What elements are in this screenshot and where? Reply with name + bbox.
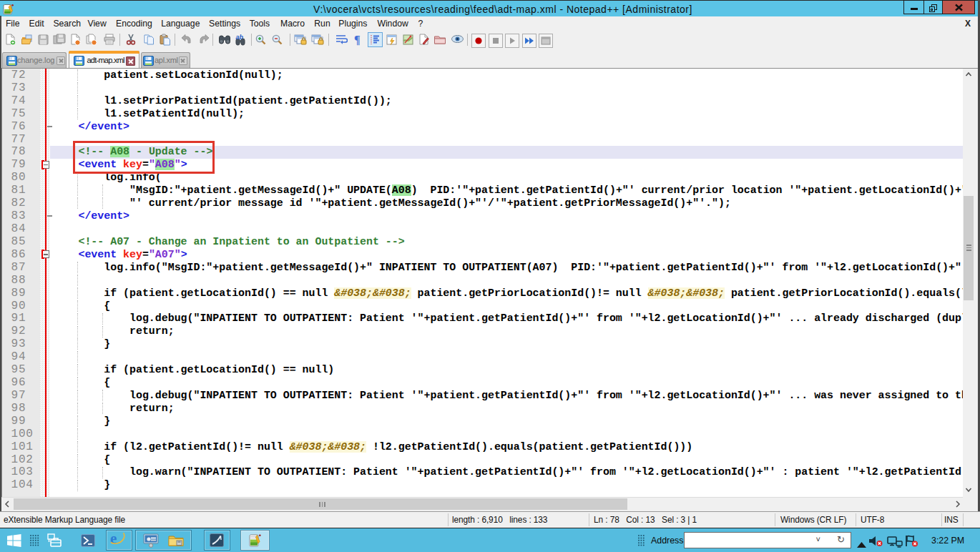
svg-text:ab: ab — [235, 34, 243, 41]
svg-text:¶: ¶ — [354, 34, 361, 46]
